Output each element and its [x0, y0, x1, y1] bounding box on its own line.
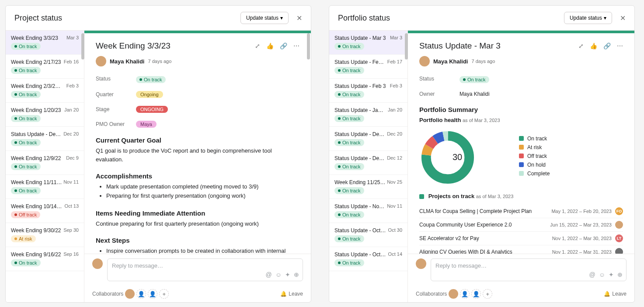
- add-collaborator-button[interactable]: +: [159, 289, 169, 299]
- project-owner-avatar: [615, 221, 623, 229]
- projects-label: Projects on track: [428, 193, 475, 199]
- link-icon[interactable]: 🔗: [603, 42, 611, 49]
- status-list-item[interactable]: Status Update - Mar 3Mar 3On track: [329, 31, 407, 55]
- reply-input[interactable]: Reply to message… @ ☺ ✦ ⊕: [107, 258, 303, 281]
- project-row[interactable]: Coupa Community User Experience 2.0Jun 1…: [419, 218, 623, 232]
- expand-icon[interactable]: ⤢: [255, 42, 260, 49]
- author-time: 7 days ago: [471, 59, 495, 64]
- emoji-icon[interactable]: ☺: [599, 271, 605, 278]
- status-list-item[interactable]: Status Update - Jan 20Jan 20On track: [329, 103, 407, 127]
- project-dates: May 1, 2022 – Feb 20, 2023: [551, 209, 612, 214]
- chevron-down-icon: ▾: [604, 15, 606, 21]
- pmo-chip[interactable]: Maya: [136, 121, 157, 128]
- status-field-label: Status: [96, 76, 136, 82]
- close-icon[interactable]: ✕: [296, 14, 302, 22]
- author-name: Maya Khalidi: [110, 58, 144, 65]
- more-icon[interactable]: ⋯: [293, 42, 299, 49]
- like-icon[interactable]: 👍: [266, 42, 274, 49]
- status-list-item[interactable]: Status Update - Dec 12Dec 12On track: [329, 151, 407, 175]
- status-list-item[interactable]: Week Ending 11/11/2…Nov 11On track: [6, 175, 84, 199]
- status-list-item[interactable]: Status Update - Feb 17Feb 17On track: [329, 55, 407, 79]
- chevron-down-icon: ▾: [280, 15, 283, 21]
- scrollbar[interactable]: [81, 33, 84, 59]
- panel-title: Project status: [14, 14, 240, 23]
- close-icon[interactable]: ✕: [620, 14, 626, 22]
- reply-input[interactable]: Reply to message… @ ☺ ✦ ⊕: [431, 258, 627, 281]
- portfolio-status-panel: Portfolio status Update status ▾ ✕ Statu…: [329, 5, 635, 303]
- status-field-value: On track: [460, 76, 489, 83]
- status-list-item[interactable]: Status Update - Oct 30Oct 30On track: [329, 223, 407, 247]
- project-dates: Nov 1, 2022 – Mar 30, 2023: [552, 236, 612, 241]
- status-list-item[interactable]: Status Update - Nov 11Nov 11On track: [329, 199, 407, 223]
- scrollbar[interactable]: [405, 33, 408, 59]
- expand-icon[interactable]: ⤢: [578, 42, 584, 49]
- status-item-date: Feb 3: [390, 83, 402, 88]
- project-status-panel: Project status Update status ▾ ✕ Week En…: [5, 5, 311, 303]
- status-item-title: Status Update - Dec 12: [334, 155, 386, 161]
- like-icon[interactable]: 👍: [590, 42, 597, 49]
- add-collaborator-button[interactable]: +: [483, 289, 492, 299]
- status-list-item[interactable]: Week Ending 9/16/22Sep 16On track: [6, 247, 84, 271]
- status-pill: At risk: [11, 235, 36, 242]
- projects-date: as of Mar 3, 2023: [476, 194, 514, 199]
- star-icon[interactable]: ✦: [609, 271, 614, 278]
- scrollbar[interactable]: [307, 33, 310, 59]
- attachment-icon[interactable]: ⊕: [617, 271, 623, 278]
- status-pill: On track: [11, 187, 41, 194]
- add-collaborator-slot[interactable]: 👤: [136, 289, 146, 299]
- attachment-icon[interactable]: ⊕: [294, 271, 299, 278]
- author-avatar: [96, 56, 106, 66]
- add-collaborator-slot[interactable]: 👤: [471, 289, 481, 299]
- legend-item: On track: [519, 136, 550, 142]
- emoji-icon[interactable]: ☺: [275, 271, 282, 278]
- legend-item: At risk: [519, 144, 550, 150]
- at-mention-icon[interactable]: @: [589, 271, 595, 278]
- status-item-title: Status Update - Mar 3: [334, 35, 386, 41]
- status-list-sidebar[interactable]: Week Ending 3/3/23Mar 3On trackWeek Endi…: [6, 31, 84, 302]
- link-icon[interactable]: 🔗: [280, 42, 287, 49]
- add-collaborator-slot[interactable]: 👤: [148, 289, 157, 299]
- detail-title: Status Update - Mar 3: [419, 41, 578, 51]
- status-list-item[interactable]: Week Ending 12/9/22Dec 9On track: [6, 151, 84, 175]
- leave-button[interactable]: 🔔Leave: [604, 291, 627, 297]
- stage-field-label: Stage: [96, 106, 136, 112]
- status-item-title: Status Update - Feb 3: [334, 83, 386, 89]
- at-mention-icon[interactable]: @: [265, 271, 272, 278]
- star-icon[interactable]: ✦: [285, 271, 290, 278]
- add-collaborator-slot[interactable]: 👤: [460, 289, 470, 299]
- collaborator-avatar[interactable]: [125, 289, 135, 299]
- status-item-date: Nov 11: [63, 179, 79, 185]
- status-list-item[interactable]: Week Ending 2/3/23 - …Feb 3On track: [6, 79, 84, 103]
- status-list-item[interactable]: Status Update - Dec 20Dec 20On track: [329, 127, 407, 151]
- status-list-item[interactable]: Week Ending 11/25/22Nov 25On track: [329, 175, 407, 199]
- status-pill: On track: [11, 67, 41, 74]
- update-status-button[interactable]: Update status ▾: [564, 12, 612, 24]
- projects-on-track-table: CLMA for Coupa Selling | Complete Projec…: [419, 205, 623, 254]
- status-item-date: Mar 3: [390, 35, 402, 40]
- status-item-date: Feb 17: [387, 59, 402, 64]
- status-field-value: On track: [136, 76, 166, 83]
- health-label: Portfolio health: [419, 117, 461, 123]
- update-status-button[interactable]: Update status ▾: [240, 12, 289, 24]
- status-list-sidebar[interactable]: Status Update - Mar 3Mar 3On trackStatus…: [329, 31, 408, 302]
- collaborator-avatar[interactable]: [449, 289, 458, 299]
- project-row[interactable]: CLMA for Coupa Selling | Complete Projec…: [419, 205, 623, 218]
- project-row[interactable]: SE Accelerator v2 for PayNov 1, 2022 – M…: [419, 232, 623, 245]
- heading-accomplishments: Accomplishments: [96, 172, 299, 180]
- project-row[interactable]: Aligning CV Queries With DI & AnalyticsN…: [419, 245, 623, 254]
- status-list-item[interactable]: Status Update - Feb 3Feb 3On track: [329, 79, 407, 103]
- status-list-item[interactable]: Status Update - Oct 14Oct 14On track: [329, 247, 407, 271]
- leave-button[interactable]: 🔔Leave: [280, 291, 303, 297]
- status-list-item[interactable]: Week Ending 2/17/23Feb 16On track: [6, 55, 84, 79]
- quarter-chip[interactable]: Ongoing: [136, 91, 163, 98]
- status-list-item[interactable]: Week Ending 1/20/23Jan 20On track: [6, 103, 84, 127]
- status-pill: On track: [11, 91, 41, 98]
- status-pill: On track: [334, 115, 364, 122]
- status-list-item[interactable]: Status Update - Dec 20Dec 20On track: [6, 127, 84, 151]
- stage-chip[interactable]: ONGOING: [136, 106, 168, 113]
- status-list-item[interactable]: Week Ending 10/14/2…Oct 13Off track: [6, 199, 84, 223]
- more-icon[interactable]: ⋯: [617, 42, 623, 49]
- status-list-item[interactable]: Week Ending 9/30/22Sep 30At risk: [6, 223, 84, 247]
- status-item-date: Jan 20: [388, 107, 402, 112]
- status-list-item[interactable]: Week Ending 3/3/23Mar 3On track: [6, 31, 84, 55]
